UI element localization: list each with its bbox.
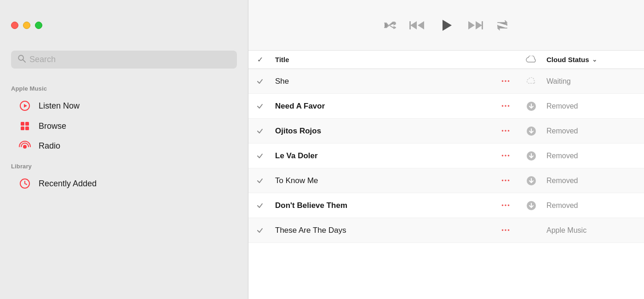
header-title-col[interactable]: Title	[271, 56, 492, 63]
row-dots[interactable]: •••	[492, 152, 520, 159]
row-dots[interactable]: •••	[492, 177, 520, 184]
row-check[interactable]	[248, 178, 271, 184]
row-dots[interactable]: •••	[492, 78, 520, 85]
svg-marker-14	[476, 21, 482, 29]
svg-line-1	[23, 60, 25, 62]
svg-rect-4	[21, 122, 24, 126]
table-row[interactable]: Need A Favor••• Removed	[248, 94, 644, 119]
header-cloud-icon-col	[520, 56, 543, 64]
sidebar-item-recently-added-label: Recently Added	[39, 179, 97, 189]
sidebar-item-listen-now[interactable]: Listen Now	[4, 96, 244, 116]
header-status-col[interactable]: Cloud Status ⌄	[543, 56, 644, 63]
svg-marker-10	[410, 21, 417, 29]
sidebar-item-radio-label: Radio	[39, 141, 60, 151]
row-title: To Know Me	[271, 176, 492, 185]
row-cloud-icon	[520, 151, 543, 161]
close-button[interactable]	[11, 22, 18, 29]
row-cloud-icon	[520, 201, 543, 211]
search-icon	[17, 54, 26, 65]
svg-marker-13	[443, 20, 452, 31]
header-check-col: ✓	[248, 55, 271, 64]
row-cloud-icon	[520, 176, 543, 186]
row-title: These Are The Days	[271, 226, 492, 235]
svg-rect-7	[25, 126, 29, 130]
table-row[interactable]: She••• Waiting	[248, 69, 644, 94]
row-check[interactable]	[248, 79, 271, 84]
table-row[interactable]: Don't Believe Them••• Removed	[248, 193, 644, 218]
row-title: Need A Favor	[271, 102, 492, 111]
row-check[interactable]	[248, 104, 271, 109]
track-table: ✓ Title Cloud Status ⌄ She••• WaitingNee…	[248, 51, 644, 299]
row-status: Waiting	[543, 77, 644, 86]
playback-toolbar	[248, 0, 644, 51]
svg-marker-3	[24, 104, 27, 108]
main-content: ✓ Title Cloud Status ⌄ She••• WaitingNee…	[248, 0, 644, 299]
table-row[interactable]: To Know Me••• Removed	[248, 168, 644, 193]
library-section-label: Library	[0, 155, 248, 173]
traffic-lights	[11, 22, 42, 29]
sidebar-item-browse[interactable]: Browse	[4, 116, 244, 136]
sort-chevron-icon[interactable]: ⌄	[592, 56, 597, 63]
row-dots[interactable]: •••	[492, 127, 520, 134]
sidebar-item-listen-now-label: Listen Now	[39, 101, 80, 111]
row-check[interactable]	[248, 128, 271, 134]
svg-point-8	[23, 145, 27, 149]
sidebar-item-recently-added[interactable]: Recently Added	[4, 173, 244, 194]
row-title: Don't Believe Them	[271, 201, 492, 210]
row-check[interactable]	[248, 153, 271, 159]
shuffle-button[interactable]	[384, 20, 397, 30]
sidebar-item-browse-label: Browse	[39, 121, 66, 131]
radio-icon	[18, 141, 31, 151]
header-checkmark: ✓	[257, 55, 263, 64]
play-button[interactable]	[438, 17, 454, 34]
minimize-button[interactable]	[23, 22, 30, 29]
row-dots[interactable]: •••	[492, 227, 520, 234]
apple-music-section-label: Apple Music	[0, 78, 248, 96]
maximize-button[interactable]	[35, 22, 42, 29]
titlebar	[0, 0, 248, 51]
sidebar: Search Apple Music Listen Now Browse	[0, 0, 248, 299]
repeat-button[interactable]	[496, 20, 509, 31]
search-area: Search	[0, 51, 248, 78]
svg-rect-6	[21, 126, 24, 130]
row-title: She	[271, 77, 492, 86]
row-cloud-icon	[520, 126, 543, 136]
row-status: Removed	[543, 177, 644, 185]
table-body: She••• WaitingNeed A Favor••• RemovedOji…	[248, 69, 644, 243]
row-cloud-icon	[520, 77, 543, 86]
sidebar-item-radio[interactable]: Radio	[4, 136, 244, 155]
row-title: Ojitos Rojos	[271, 126, 492, 136]
svg-marker-11	[418, 21, 424, 29]
rewind-button[interactable]	[409, 19, 425, 31]
table-header-row: ✓ Title Cloud Status ⌄	[248, 51, 644, 69]
search-box[interactable]: Search	[11, 51, 237, 69]
table-row[interactable]: These Are The Days•••Apple Music	[248, 218, 644, 243]
row-dots[interactable]: •••	[492, 103, 520, 109]
row-status: Removed	[543, 201, 644, 210]
table-row[interactable]: Ojitos Rojos••• Removed	[248, 119, 644, 144]
browse-icon	[18, 121, 31, 132]
header-status-label: Cloud Status	[546, 56, 589, 63]
row-check[interactable]	[248, 228, 271, 233]
search-placeholder: Search	[29, 55, 56, 64]
row-title: Le Va Doler	[271, 151, 492, 161]
table-row[interactable]: Le Va Doler••• Removed	[248, 144, 644, 168]
svg-rect-5	[25, 122, 29, 126]
svg-marker-15	[468, 21, 475, 29]
row-status: Removed	[543, 102, 644, 110]
svg-rect-16	[482, 21, 483, 29]
listen-now-icon	[18, 100, 31, 111]
fast-forward-button[interactable]	[467, 19, 483, 31]
svg-rect-12	[409, 21, 411, 29]
row-status: Removed	[543, 152, 644, 160]
row-dots[interactable]: •••	[492, 202, 520, 209]
row-status: Removed	[543, 127, 644, 135]
row-check[interactable]	[248, 203, 271, 208]
recently-added-icon	[18, 178, 31, 189]
row-status: Apple Music	[543, 226, 644, 235]
row-cloud-icon	[520, 101, 543, 111]
